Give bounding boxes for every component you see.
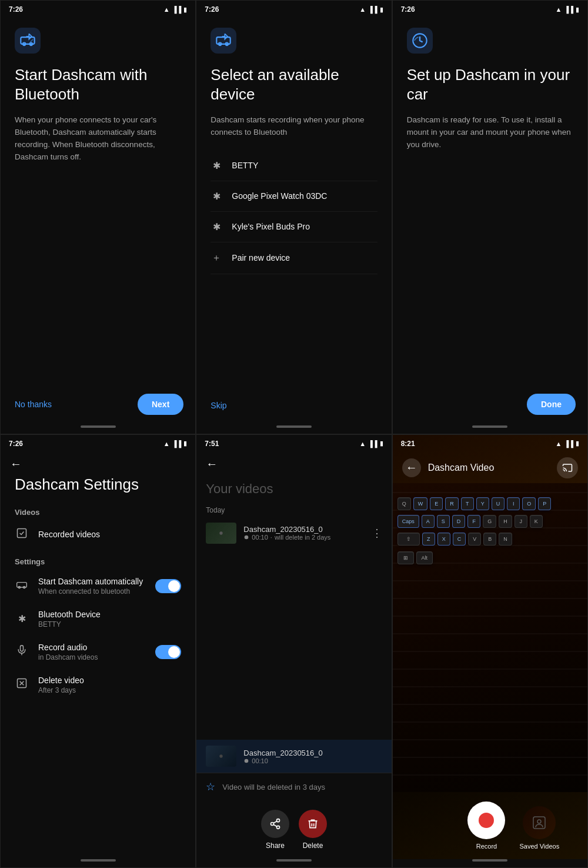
delete-video-item[interactable]: Delete video After 3 days	[1, 669, 195, 701]
panel3-content: Set up Dashcam in your car Dashcam is re…	[393, 16, 587, 385]
record-audio-item[interactable]: Record audio in Dashcam videos	[1, 636, 195, 669]
bluetooth-icon-watch: ✱	[211, 191, 222, 202]
svg-point-17	[245, 759, 249, 763]
auto-start-item[interactable]: Start Dashcam automatically When connect…	[1, 570, 195, 603]
done-button[interactable]: Done	[527, 394, 576, 415]
record-audio-title: Record audio	[38, 643, 146, 652]
battery-icon-5: ▮	[380, 440, 383, 447]
panel-video-player: 8:21 ▲ ▐▐ ▮ ← Dashcam Video Q W	[392, 434, 588, 869]
panel-select-device: 7:26 ▲ ▐▐ ▮ Select an available device D…	[196, 0, 392, 434]
bluetooth-device-content: Bluetooth Device BETTY	[38, 610, 181, 628]
skip-button[interactable]: Skip	[208, 396, 229, 415]
svg-line-22	[273, 821, 277, 823]
device-name-buds: Kyle's Pixel Buds Pro	[232, 222, 310, 231]
panel3-desc: Dashcam is ready for use. To use it, ins…	[407, 114, 573, 151]
bluetooth-icon-betty: ✱	[211, 160, 222, 171]
delete-label: Delete	[303, 842, 323, 850]
delete-notice: ☆ Video will be deleted in 3 days	[196, 773, 391, 800]
battery-icon-3: ▮	[576, 6, 579, 14]
signal-icon-3: ▐▐	[564, 6, 573, 13]
auto-start-sub: When connected to bluetooth	[38, 587, 146, 596]
share-button[interactable]: Share	[261, 810, 289, 850]
status-bar-5: 7:51 ▲ ▐▐ ▮	[196, 435, 391, 450]
key-row-2: Caps A S D F G H J K	[393, 513, 587, 530]
status-icons-3: ▲ ▐▐ ▮	[556, 6, 579, 14]
date-label: Today	[196, 501, 391, 517]
svg-point-20	[276, 826, 279, 829]
key-s: S	[437, 515, 450, 528]
video-info-2: Dashcam_20230516_0 00:10	[243, 749, 382, 764]
delete-video-content: Delete video After 3 days	[38, 676, 181, 694]
key-c: C	[453, 533, 466, 546]
auto-start-content: Start Dashcam automatically When connect…	[38, 577, 146, 596]
key-v: V	[468, 533, 481, 546]
device-pixel-watch[interactable]: ✱ Google Pixel Watch 03DC	[211, 181, 377, 212]
auto-start-icon	[15, 578, 29, 593]
video-menu-1[interactable]: ⋮	[372, 527, 382, 540]
cast-icon[interactable]	[557, 457, 578, 478]
wifi-icon: ▲	[163, 6, 170, 13]
key-w: W	[413, 497, 428, 510]
wifi-icon-4: ▲	[163, 440, 170, 447]
status-bar-2: 7:26 ▲ ▐▐ ▮	[196, 1, 391, 16]
panel1-title: Start Dashcam with Bluetooth	[15, 65, 181, 104]
device-pair-new[interactable]: ＋ Pair new device	[211, 242, 377, 274]
saved-videos-button[interactable]	[523, 806, 556, 839]
video-item-2[interactable]: Dashcam_20230516_0 00:10	[196, 740, 391, 773]
home-indicator-5	[276, 859, 312, 862]
panel1-desc: When your phone connects to your car's B…	[15, 114, 181, 164]
settings-back-button[interactable]: ←	[10, 457, 22, 471]
next-button[interactable]: Next	[138, 394, 183, 415]
section-label-videos: Videos	[1, 500, 195, 520]
device-betty[interactable]: ✱ BETTY	[211, 151, 377, 181]
record-audio-content: Record audio in Dashcam videos	[38, 643, 146, 661]
svg-point-18	[276, 819, 279, 822]
device-name-watch: Google Pixel Watch 03DC	[232, 191, 327, 201]
device-name-betty: BETTY	[232, 161, 258, 170]
record-button[interactable]	[467, 802, 505, 839]
svg-rect-11	[21, 646, 24, 651]
panel-settings: 7:26 ▲ ▐▐ ▮ ← Dashcam Settings Videos Re…	[0, 434, 196, 869]
delete-video-title: Delete video	[38, 676, 181, 685]
panel3-bottom: Done	[393, 385, 587, 425]
auto-start-toggle[interactable]	[155, 579, 181, 593]
wifi-icon-5: ▲	[359, 440, 366, 447]
wifi-icon-6: ▲	[556, 440, 562, 447]
record-audio-toggle[interactable]	[155, 645, 181, 659]
delete-video-icon	[15, 677, 29, 692]
record-btn-container: Record	[467, 802, 505, 850]
key-row-3: ⇧ Z X C V B N	[393, 530, 587, 548]
status-bar-1: 7:26 ▲ ▐▐ ▮	[1, 1, 195, 16]
video-player-back-button[interactable]: ←	[402, 458, 421, 477]
video-item-1[interactable]: Dashcam_20230516_0 00:10 · will delete i…	[196, 517, 391, 550]
device-pixel-buds[interactable]: ✱ Kyle's Pixel Buds Pro	[211, 212, 377, 242]
panel2-bottom: Skip	[196, 388, 391, 425]
bluetooth-device-item[interactable]: ✱ Bluetooth Device BETTY	[1, 603, 195, 636]
device-list: ✱ BETTY ✱ Google Pixel Watch 03DC ✱ Kyle…	[211, 151, 377, 274]
share-label: Share	[266, 842, 285, 850]
svg-rect-24	[533, 817, 545, 829]
key-alt: Alt	[416, 551, 433, 564]
key-y: Y	[476, 497, 489, 510]
action-buttons: Share Delete	[196, 800, 391, 859]
video-thumb-2	[206, 746, 236, 767]
settings-header: ←	[1, 450, 195, 475]
section-label-settings: Settings	[1, 549, 195, 570]
key-n: N	[499, 533, 512, 546]
no-thanks-button[interactable]: No thanks	[12, 395, 54, 414]
videos-back-button[interactable]: ←	[206, 457, 218, 471]
svg-line-21	[273, 824, 277, 826]
wifi-icon-3: ▲	[556, 6, 562, 13]
share-icon-circle	[261, 810, 289, 838]
settings-title: Dashcam Settings	[1, 475, 195, 494]
delete-button[interactable]: Delete	[299, 810, 327, 850]
key-h: H	[499, 515, 512, 528]
time-5: 7:51	[205, 440, 219, 448]
time-4: 7:26	[9, 440, 23, 448]
panel2-desc: Dashcam starts recording when your phone…	[211, 114, 377, 139]
key-p: P	[538, 497, 551, 510]
delete-text: Video will be deleted in 3 days	[222, 783, 325, 791]
recorded-videos-item[interactable]: Recorded videos	[1, 520, 195, 549]
home-indicator-3	[472, 425, 507, 428]
signal-icon-2: ▐▐	[368, 6, 377, 13]
